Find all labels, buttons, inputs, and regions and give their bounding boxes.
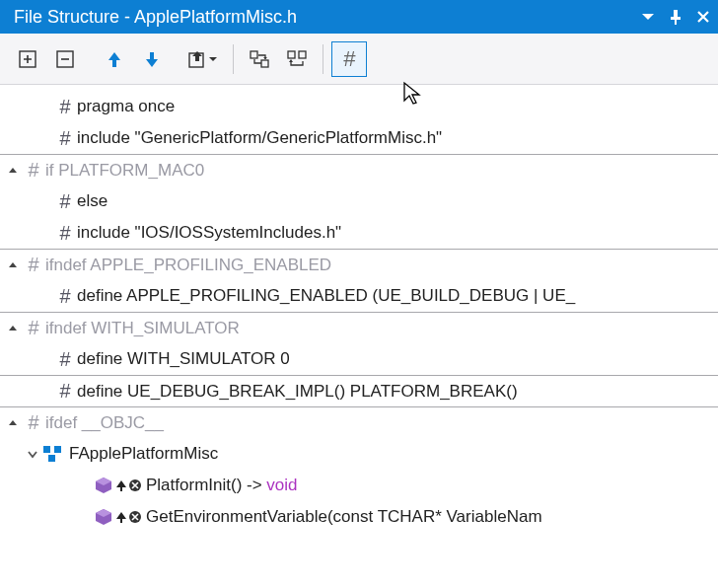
pin-icon[interactable] [669, 9, 682, 25]
method-icon [93, 475, 114, 496]
tree-item-label: include "GenericPlatform/GenericPlatform… [77, 128, 442, 148]
hash-icon: # [22, 159, 45, 182]
chevron-down-icon[interactable] [24, 445, 41, 463]
hash-icon: # [53, 96, 77, 118]
modifier-badge [114, 478, 142, 492]
tree-item[interactable]: # define WITH_SIMULATOR 0 [0, 343, 718, 375]
hash-icon: # [53, 190, 77, 213]
hash-icon: # [22, 411, 45, 434]
tree-item-label: pragma once [77, 97, 175, 116]
svg-rect-12 [48, 455, 55, 462]
toolbar: # [0, 34, 718, 85]
tree-item-label: ifndef APPLE_PROFILING_ENABLED [45, 256, 331, 275]
method-label: GetEnvironmentVariable(const TCHAR* Vari… [146, 507, 542, 527]
tree-item[interactable]: # else [0, 185, 718, 217]
caret-up-icon[interactable] [4, 414, 22, 432]
title-text: File Structure - ApplePlatformMisc.h [14, 7, 641, 28]
collapse-all-button[interactable] [47, 41, 83, 77]
tree-item-label: define WITH_SIMULATOR 0 [77, 349, 290, 369]
svg-rect-0 [674, 10, 678, 18]
show-inherited-button[interactable] [242, 41, 277, 77]
tree-method-item[interactable]: GetEnvironmentVariable(const TCHAR* Vari… [0, 501, 718, 533]
export-button[interactable] [181, 41, 225, 77]
method-icon [93, 506, 114, 528]
svg-rect-2 [675, 20, 677, 25]
structure-tree[interactable]: # pragma once # include "GenericPlatform… [0, 85, 718, 533]
window-titlebar: File Structure - ApplePlatformMisc.h [0, 0, 718, 34]
hash-icon: # [22, 254, 45, 276]
hash-icon: # [53, 127, 77, 150]
tree-item-label: else [77, 191, 108, 211]
close-icon[interactable] [696, 10, 710, 24]
tree-item[interactable]: # define APPLE_PROFILING_ENABLED (UE_BUI… [0, 280, 718, 312]
modifier-badge [114, 510, 142, 524]
dropdown-icon[interactable] [641, 12, 655, 22]
svg-rect-1 [671, 17, 681, 20]
class-label: FApplePlatformMisc [69, 444, 218, 464]
hash-icon: # [53, 348, 77, 371]
caret-up-icon[interactable] [4, 162, 22, 180]
tree-item-label: ifndef WITH_SIMULATOR [45, 319, 240, 338]
struct-icon [41, 443, 63, 465]
tree-item[interactable]: # include "GenericPlatform/GenericPlatfo… [0, 122, 718, 154]
tree-item-label: if PLATFORM_MAC0 [45, 161, 204, 181]
tree-item[interactable]: # include "IOS/IOSSystemIncludes.h" [0, 217, 718, 249]
tree-item-label: define UE_DEBUG_BREAK_IMPL() PLATFORM_BR… [77, 382, 518, 402]
tree-group[interactable]: # ifndef WITH_SIMULATOR [0, 312, 718, 343]
toolbar-separator [323, 44, 323, 74]
down-button[interactable] [134, 41, 170, 77]
svg-rect-10 [43, 446, 50, 453]
caret-up-icon[interactable] [4, 320, 22, 337]
svg-rect-8 [288, 51, 295, 58]
sync-button[interactable] [279, 41, 315, 77]
tree-item-label: define APPLE_PROFILING_ENABLED (UE_BUILD… [77, 286, 575, 306]
tree-group[interactable]: # if PLATFORM_MAC0 [0, 154, 718, 185]
svg-rect-6 [251, 51, 257, 58]
method-label: PlatformInit() -> void [146, 476, 298, 495]
toolbar-separator [233, 44, 234, 74]
tree-class-item[interactable]: FApplePlatformMisc [0, 438, 718, 470]
caret-up-icon[interactable] [4, 257, 22, 274]
hash-icon: # [53, 285, 77, 308]
svg-rect-9 [299, 51, 306, 58]
hash-icon: # [22, 317, 45, 339]
tree-item-label: include "IOS/IOSSystemIncludes.h" [77, 223, 341, 243]
expand-all-button[interactable] [10, 41, 45, 77]
tree-item-label: ifdef __OBJC__ [45, 413, 164, 433]
tree-method-item[interactable]: PlatformInit() -> void [0, 470, 718, 501]
preprocessor-toggle-button[interactable]: # [331, 41, 367, 77]
tree-item[interactable]: # define UE_DEBUG_BREAK_IMPL() PLATFORM_… [0, 375, 718, 406]
hash-icon: # [53, 222, 77, 245]
tree-item[interactable]: # pragma once [0, 91, 718, 122]
svg-rect-11 [54, 446, 61, 453]
tree-group[interactable]: # ifndef APPLE_PROFILING_ENABLED [0, 249, 718, 280]
up-button[interactable] [97, 41, 132, 77]
tree-group[interactable]: # ifdef __OBJC__ [0, 406, 718, 438]
svg-rect-7 [261, 60, 268, 67]
hash-icon: # [53, 380, 77, 403]
